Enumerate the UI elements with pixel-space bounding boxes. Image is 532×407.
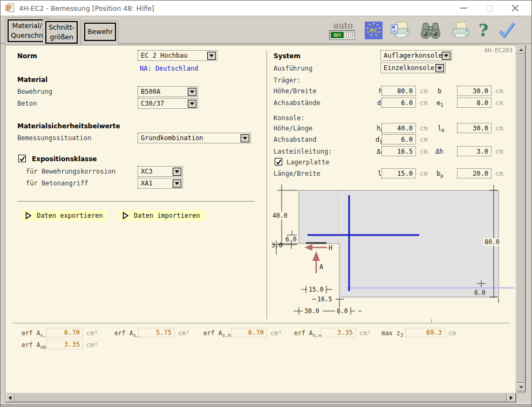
print-preview-button[interactable] bbox=[390, 20, 412, 40]
chevron-down-icon[interactable] bbox=[435, 64, 444, 72]
chevron-down-icon[interactable] bbox=[442, 52, 451, 60]
play-triangle-icon bbox=[25, 212, 32, 219]
app-icon bbox=[5, 3, 16, 13]
lagerplatte-checkbox[interactable] bbox=[275, 158, 282, 165]
betonangriff-label: für Betonangriff bbox=[26, 180, 88, 187]
dim-beam-height: 80.0 bbox=[485, 238, 500, 246]
scroll-right-button[interactable] bbox=[507, 394, 516, 402]
scroll-left-button[interactable] bbox=[5, 394, 15, 402]
expositionsklasse-checkbox[interactable] bbox=[18, 155, 26, 162]
dim-e1: 8.0 bbox=[337, 307, 348, 315]
b-unit: cm bbox=[495, 87, 503, 95]
sicherheit-heading: Materialsicherheitsbeiwerte bbox=[17, 122, 120, 130]
chevron-down-icon[interactable] bbox=[188, 100, 196, 108]
norm-select[interactable]: EC 2 Hochbau bbox=[138, 50, 217, 61]
tab-label: Bewehr bbox=[87, 27, 113, 36]
close-icon bbox=[511, 4, 519, 12]
maximize-button[interactable] bbox=[476, 1, 502, 16]
result-unit: cm bbox=[448, 329, 456, 337]
maximize-icon bbox=[486, 5, 493, 11]
da-unit: cm bbox=[420, 148, 427, 155]
dh-symbol: Δh bbox=[435, 148, 443, 155]
dim-dh: 3.0 bbox=[271, 242, 283, 249]
panel-divider bbox=[267, 50, 267, 319]
play-triangle-icon bbox=[122, 212, 129, 219]
beton-select[interactable]: C30/37 bbox=[138, 98, 198, 109]
scroll-down-button[interactable] bbox=[516, 383, 526, 391]
dh-input[interactable]: 3.0 bbox=[457, 146, 492, 156]
result-asv1: 3.35 bbox=[321, 328, 356, 337]
result-label-ash: erf As,h bbox=[22, 329, 49, 338]
h-unit: cm bbox=[420, 87, 427, 95]
material-heading: Material bbox=[17, 76, 47, 84]
lk-input[interactable]: 30.0 bbox=[457, 123, 492, 133]
betonangriff-select[interactable]: XA1 bbox=[138, 178, 183, 189]
da-input[interactable]: 16.5 bbox=[381, 146, 416, 156]
check-icon bbox=[276, 159, 282, 165]
app-window: 4H-EC2 - Bemessung [Position 48: Hilfe] … bbox=[0, 0, 532, 407]
norm-heading: Norm bbox=[17, 52, 37, 60]
print-button[interactable] bbox=[449, 20, 471, 40]
scroll-up-button[interactable] bbox=[516, 45, 526, 54]
achsabstand-label: Achsabstand bbox=[274, 136, 316, 143]
lp-unit: cm bbox=[420, 170, 427, 177]
chevron-down-icon[interactable] bbox=[207, 52, 216, 60]
horizontal-scroll-thumb[interactable] bbox=[15, 394, 507, 402]
chevron-down-icon[interactable] bbox=[173, 180, 181, 188]
dim-d1k: 6.0 bbox=[285, 236, 297, 243]
e1-input[interactable]: 8.0 bbox=[457, 98, 492, 108]
close-button[interactable] bbox=[502, 1, 528, 16]
results-divider-tick bbox=[431, 319, 432, 323]
export-label: Daten exportieren bbox=[37, 212, 103, 219]
confirm-check-button[interactable] bbox=[496, 19, 517, 41]
expositionsklasse-heading: Expositionsklasse bbox=[32, 155, 97, 163]
ausfuehrung-select[interactable]: Einzelkonsole bbox=[380, 63, 446, 73]
chevron-down-icon[interactable] bbox=[173, 168, 181, 176]
h-input[interactable]: 80.0 bbox=[381, 86, 416, 96]
arrow-up-icon bbox=[519, 49, 523, 51]
vertical-scrollbar[interactable] bbox=[516, 45, 526, 393]
chevron-down-icon[interactable] bbox=[241, 134, 249, 142]
auto-toggle[interactable]: auto an bbox=[329, 21, 357, 40]
horizontal-scrollbar[interactable] bbox=[5, 393, 516, 403]
minimize-button[interactable] bbox=[451, 1, 476, 16]
bemessung-value: Grundkombination bbox=[141, 134, 203, 142]
vertical-scroll-thumb[interactable] bbox=[516, 54, 526, 383]
arrow-left-icon bbox=[9, 396, 11, 400]
laenge-breite-label: Länge/Breite bbox=[274, 170, 320, 177]
b-symbol: b bbox=[438, 87, 441, 95]
load-arrows: H A bbox=[304, 244, 332, 273]
main-content: Norm EC 2 Hochbau NA: Deutschland Materi… bbox=[5, 45, 516, 393]
tab-label: Schnitt- bbox=[49, 23, 74, 31]
b-input[interactable]: 30.0 bbox=[457, 86, 492, 96]
d1-input[interactable]: 6.0 bbox=[381, 98, 416, 108]
bemessung-select[interactable]: Grundkombination bbox=[138, 133, 251, 143]
auto-state: an bbox=[331, 32, 344, 38]
beam-outline bbox=[299, 190, 499, 297]
tab-bewehrung[interactable]: Bewehr bbox=[81, 20, 119, 44]
help-button[interactable]: ? bbox=[479, 19, 488, 41]
export-button[interactable]: Daten exportieren bbox=[22, 210, 108, 221]
d1k-unit: cm bbox=[420, 136, 427, 143]
d1k-input[interactable]: 6.0 bbox=[381, 134, 416, 144]
d1-unit: cm bbox=[420, 99, 427, 107]
result-label-asv1: erf As,v1 bbox=[294, 329, 324, 338]
chevron-down-icon[interactable] bbox=[188, 88, 196, 96]
window-title: 4H-EC2 - Bemessung [Position 48: Hilfe] bbox=[19, 4, 154, 12]
beton-value: C30/37 bbox=[141, 100, 164, 107]
result-unit: cm² bbox=[270, 329, 282, 337]
system-select[interactable]: Auflagerkonsole bbox=[380, 50, 452, 61]
bp-input[interactable]: 20.0 bbox=[457, 168, 492, 178]
korrosion-select[interactable]: XC3 bbox=[138, 166, 183, 177]
lp-input[interactable]: 15.0 bbox=[381, 168, 416, 178]
search-binoculars-button[interactable] bbox=[419, 20, 442, 40]
import-button[interactable]: Daten importieren bbox=[119, 210, 206, 221]
result-asv: 5.75 bbox=[138, 328, 175, 337]
eurocode-button[interactable]: ec bbox=[365, 22, 383, 39]
tab-label: Querschn bbox=[11, 31, 43, 39]
bewehrung-select[interactable]: B500A bbox=[138, 86, 198, 97]
hk-input[interactable]: 40.0 bbox=[381, 123, 416, 133]
tab-schnittgroessen[interactable]: Schnitt-größen bbox=[43, 19, 80, 44]
result-maxz3: 69.3 bbox=[405, 328, 445, 337]
tab-label: Material/ bbox=[12, 22, 42, 30]
